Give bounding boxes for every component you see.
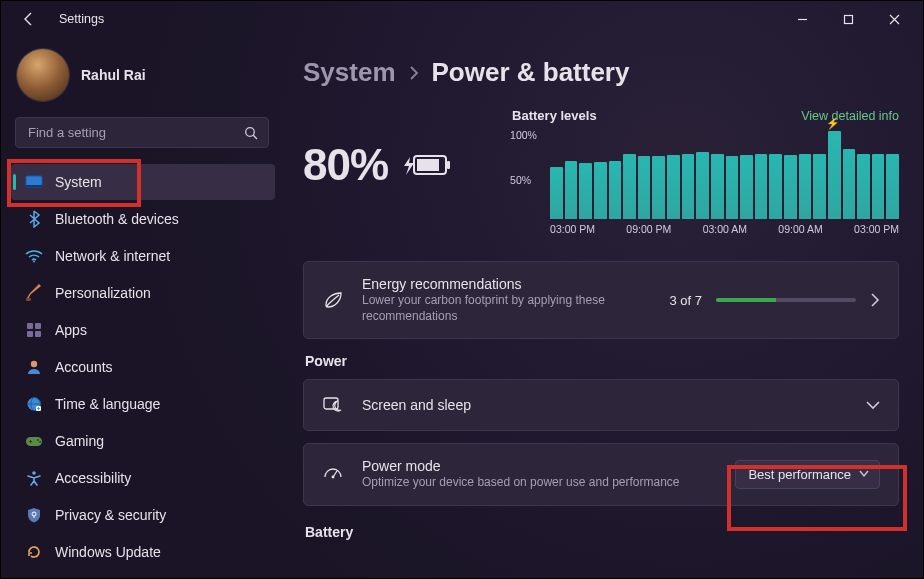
wifi-icon (25, 247, 43, 265)
search-box[interactable] (15, 117, 269, 148)
battery-percent: 80% (303, 140, 388, 190)
breadcrumb-parent[interactable]: System (303, 57, 396, 88)
maximize-button[interactable] (825, 3, 871, 35)
bar (784, 155, 797, 219)
bar (667, 155, 680, 219)
sidebar-item-wifi[interactable]: Network & internet (11, 238, 275, 274)
sidebar-item-label: Personalization (55, 285, 151, 301)
bar (579, 163, 592, 219)
update-icon (25, 543, 43, 561)
power-mode-card[interactable]: Power mode Optimize your device based on… (303, 443, 899, 506)
sidebar-item-bluetooth[interactable]: Bluetooth & devices (11, 201, 275, 237)
profile-name: Rahul Rai (81, 67, 146, 83)
bar (769, 154, 782, 219)
sidebar-item-label: Bluetooth & devices (55, 211, 179, 227)
sidebar-item-update[interactable]: Windows Update (11, 534, 275, 570)
back-button[interactable] (17, 7, 41, 31)
avatar (17, 49, 69, 101)
sidebar-item-label: Accessibility (55, 470, 131, 486)
bar (594, 162, 607, 219)
svg-line-3 (253, 135, 257, 139)
svg-rect-23 (417, 159, 439, 171)
power-mode-icon (322, 463, 344, 485)
svg-rect-9 (35, 323, 41, 329)
sidebar-item-label: System (55, 174, 102, 190)
energy-recommendations-card[interactable]: Energy recommendations Lower your carbon… (303, 261, 899, 339)
shield-icon (25, 506, 43, 524)
profile-block[interactable]: Rahul Rai (11, 45, 275, 107)
bar (696, 152, 709, 219)
sidebar-item-shield[interactable]: Privacy & security (11, 497, 275, 533)
charging-battery-icon (402, 151, 452, 179)
sidebar-item-label: Accounts (55, 359, 113, 375)
bar (550, 167, 563, 219)
globe-icon (25, 395, 43, 413)
bar (886, 154, 899, 219)
power-mode-value: Best performance (748, 467, 851, 482)
svg-point-12 (31, 361, 37, 367)
person-icon (25, 358, 43, 376)
svg-rect-1 (844, 15, 852, 23)
bar (652, 156, 665, 219)
sidebar-item-label: Network & internet (55, 248, 170, 264)
bar (857, 154, 870, 219)
bolt-icon: ⚡ (826, 117, 840, 130)
bar (565, 161, 578, 219)
energy-title: Energy recommendations (362, 276, 651, 292)
bar (755, 154, 768, 219)
sidebar-item-gamepad[interactable]: Gaming (11, 423, 275, 459)
brush-icon (25, 284, 43, 302)
search-input[interactable] (26, 124, 230, 141)
energy-count: 3 of 7 (669, 293, 702, 308)
gamepad-icon (25, 432, 43, 450)
sidebar-item-label: Windows Update (55, 544, 161, 560)
bar: ⚡ (828, 131, 841, 219)
power-mode-sub: Optimize your device based on power use … (362, 475, 717, 491)
sidebar-item-accessibility[interactable]: Accessibility (11, 460, 275, 496)
x-tick: 03:00 PM (550, 223, 595, 235)
bar (872, 154, 885, 219)
sidebar-item-label: Time & language (55, 396, 160, 412)
sidebar-item-system[interactable]: System (11, 164, 275, 200)
bar (843, 149, 856, 219)
bar (740, 155, 753, 219)
x-tick: 09:00 PM (626, 223, 671, 235)
svg-point-2 (246, 127, 255, 136)
bar (623, 154, 636, 219)
chevron-down-icon (859, 470, 869, 478)
svg-point-26 (332, 476, 335, 479)
system-icon (25, 173, 43, 191)
x-tick: 03:00 AM (703, 223, 747, 235)
power-mode-title: Power mode (362, 458, 717, 474)
x-tick: 03:00 PM (854, 223, 899, 235)
sidebar-item-label: Privacy & security (55, 507, 166, 523)
sidebar-item-globe[interactable]: Time & language (11, 386, 275, 422)
battery-chart: 100% 50% ⚡ (512, 129, 899, 219)
chevron-down-icon (866, 400, 880, 410)
energy-progress (716, 298, 856, 302)
svg-point-6 (33, 261, 35, 263)
window-title: Settings (59, 12, 104, 26)
x-tick: 09:00 AM (778, 223, 822, 235)
screen-and-sleep-card[interactable]: Screen and sleep (303, 379, 899, 431)
screen-sleep-icon (322, 394, 344, 416)
svg-point-17 (39, 441, 41, 443)
bar (609, 161, 622, 219)
section-power: Power (305, 353, 899, 369)
section-battery: Battery (305, 524, 899, 540)
bar (711, 154, 724, 219)
view-detailed-info-link[interactable]: View detailed info (801, 109, 899, 123)
minimize-button[interactable] (779, 3, 825, 35)
svg-rect-11 (35, 331, 41, 337)
sidebar-item-brush[interactable]: Personalization (11, 275, 275, 311)
sidebar-item-person[interactable]: Accounts (11, 349, 275, 385)
bar (682, 154, 695, 219)
power-mode-dropdown[interactable]: Best performance (735, 460, 880, 489)
sidebar-item-label: Gaming (55, 433, 104, 449)
sidebar-item-apps[interactable]: Apps (11, 312, 275, 348)
svg-rect-10 (27, 331, 33, 337)
close-button[interactable] (871, 3, 917, 35)
apps-icon (25, 321, 43, 339)
accessibility-icon (25, 469, 43, 487)
chevron-right-icon (408, 66, 420, 80)
